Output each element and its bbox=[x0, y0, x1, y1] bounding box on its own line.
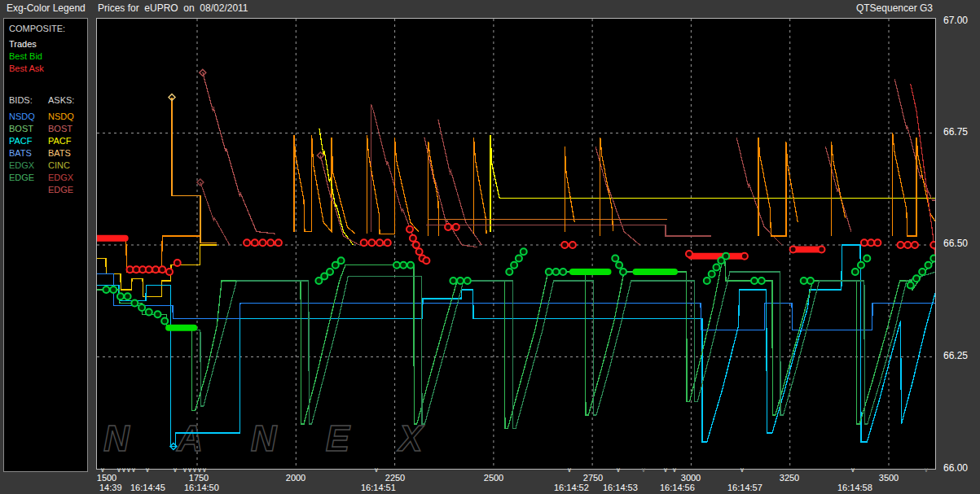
best-ask-marker bbox=[819, 247, 825, 253]
time-axis-label: 16:14:45 bbox=[130, 483, 165, 492]
best-bid-marker bbox=[400, 262, 407, 269]
tick-check-mark: ∨ bbox=[567, 467, 572, 474]
best-bid-marker bbox=[858, 262, 864, 269]
best-bid-marker bbox=[125, 293, 131, 299]
legend-composite-trades: Trades bbox=[4, 38, 87, 50]
legend-bid-bats: BATS bbox=[4, 147, 43, 160]
series-edge-ask-desc1 bbox=[203, 72, 275, 234]
best-bid-marker bbox=[131, 300, 138, 307]
best-bid-marker bbox=[801, 278, 807, 284]
nanex-watermark: N A N E X bbox=[103, 418, 442, 458]
best-ask-marker bbox=[385, 239, 391, 246]
time-axis-label: 16:14:50 bbox=[184, 483, 219, 492]
series-nsdq-ask-spikes-5 bbox=[758, 138, 798, 236]
series-nsdq-ask-spikes-2 bbox=[367, 135, 419, 234]
tick-check-mark: ∨ bbox=[197, 467, 202, 474]
best-ask-marker bbox=[686, 251, 692, 257]
legend-bid-bost: BOST bbox=[4, 123, 43, 135]
series-edge-ask-desc-4 bbox=[595, 146, 639, 245]
tick-check-mark: ∨ bbox=[173, 467, 178, 474]
best-bid-marker bbox=[516, 256, 522, 262]
best-ask-marker bbox=[361, 239, 367, 246]
exchange-color-legend-panel: COMPOSITE: TradesBest BidBest Ask BIDS: … bbox=[3, 18, 88, 472]
best-ask-marker bbox=[267, 239, 274, 246]
legend-ask-bost: BOST bbox=[43, 123, 82, 135]
composite-heading: COMPOSITE: bbox=[4, 23, 87, 35]
best-bid-marker bbox=[925, 262, 932, 269]
best-ask-marker bbox=[453, 224, 459, 230]
time-axis-label: 16:14:57 bbox=[727, 483, 762, 492]
tick-check-mark: ∨ bbox=[663, 467, 668, 474]
tick-check-mark: ∨ bbox=[850, 467, 855, 474]
best-bid-marker bbox=[620, 269, 626, 275]
time-axis-label: 16:14:58 bbox=[837, 483, 872, 492]
legend-ask-cinc: CINC bbox=[43, 160, 82, 172]
best-ask-marker bbox=[445, 224, 451, 230]
best-bid-marker bbox=[450, 278, 456, 284]
best-bid-marker bbox=[553, 269, 560, 275]
legend-ask-nsdq: NSDQ bbox=[43, 111, 82, 123]
price-axis-label: 66.25 bbox=[943, 350, 968, 361]
app-name: QTSequencer G3 bbox=[856, 2, 933, 14]
bids-column: BIDS: NSDQBOSTPACFBATSEDGXEDGE bbox=[4, 94, 43, 196]
best-ask-marker bbox=[868, 239, 874, 246]
best-ask-marker bbox=[861, 239, 868, 246]
legend-ask-edge: EDGE bbox=[43, 184, 82, 196]
best-ask-marker bbox=[904, 242, 911, 248]
best-bid-marker bbox=[327, 269, 333, 275]
best-bid-marker bbox=[407, 262, 414, 269]
best-ask-marker bbox=[569, 242, 576, 248]
legend-ask-bats: BATS bbox=[43, 147, 82, 160]
best-ask-marker bbox=[174, 260, 181, 266]
tick-check-mark: ∨ bbox=[126, 467, 131, 474]
time-axis-label: 16:14:52 bbox=[554, 483, 589, 492]
price-axis-label: 66.75 bbox=[943, 126, 968, 138]
series-edge-ask-desc2 bbox=[200, 182, 230, 245]
best-ask-marker bbox=[898, 242, 904, 248]
tick-check-mark: ∨ bbox=[145, 467, 150, 474]
best-bid-marker bbox=[110, 286, 116, 293]
best-ask-marker bbox=[152, 266, 159, 273]
best-bid-marker bbox=[723, 253, 729, 260]
tick-check-mark: ∨ bbox=[192, 467, 197, 474]
bids-heading: BIDS: bbox=[4, 94, 43, 107]
time-axis-label: 16:14:56 bbox=[660, 483, 695, 492]
best-bid-marker bbox=[864, 256, 870, 262]
asks-heading: ASKS: bbox=[43, 94, 82, 107]
best-bid-marker bbox=[704, 278, 710, 284]
best-ask-marker bbox=[146, 266, 152, 273]
legend-ask-pacf: PACF bbox=[43, 135, 82, 147]
price-axis-label: 66.00 bbox=[943, 462, 968, 474]
title-bar: Exg-Color Legend Prices for eUPRO on 08/… bbox=[0, 0, 980, 16]
best-bid-marker bbox=[393, 262, 400, 269]
legend-composite-best-ask: Best Ask bbox=[4, 63, 87, 75]
best-ask-marker bbox=[159, 266, 165, 273]
sequence-axis-label: 2250 bbox=[385, 473, 405, 483]
best-bid-marker bbox=[464, 278, 471, 284]
best-bid-marker bbox=[807, 278, 814, 284]
best-bid-marker bbox=[751, 278, 758, 284]
sequence-axis-label: 3250 bbox=[780, 473, 799, 483]
time-axis-label: 16:14:53 bbox=[603, 483, 638, 492]
best-bid-marker bbox=[155, 311, 161, 317]
best-bid-marker bbox=[511, 262, 517, 269]
series-edge-ask-tall-2 bbox=[371, 104, 417, 245]
series-nsdq-ask-left bbox=[172, 98, 217, 243]
best-bid-marker bbox=[138, 304, 145, 311]
page-title: Prices for eUPRO on 08/02/2011 bbox=[98, 2, 248, 14]
legend-bid-nsdq: NSDQ bbox=[4, 111, 43, 123]
tick-check-mark: ∨ bbox=[672, 467, 677, 474]
quote-start-diamond bbox=[197, 179, 204, 186]
price-chart[interactable]: N A N E X bbox=[96, 18, 936, 470]
composite-legend-list: TradesBest BidBest Ask bbox=[4, 38, 87, 75]
sequence-axis-label: 1500 bbox=[97, 473, 116, 483]
best-ask-marker bbox=[413, 242, 420, 248]
best-ask-marker bbox=[410, 235, 416, 242]
best-ask-marker bbox=[252, 239, 258, 246]
legend-ask-edgx: EDGX bbox=[43, 172, 82, 184]
best-ask-marker bbox=[790, 247, 797, 253]
series-nsdq-ask-right-spikes bbox=[893, 133, 935, 237]
sequence-axis-label: 3500 bbox=[879, 473, 899, 483]
chart-canvas[interactable]: N A N E X bbox=[97, 19, 935, 469]
best-bid-marker bbox=[506, 269, 512, 275]
